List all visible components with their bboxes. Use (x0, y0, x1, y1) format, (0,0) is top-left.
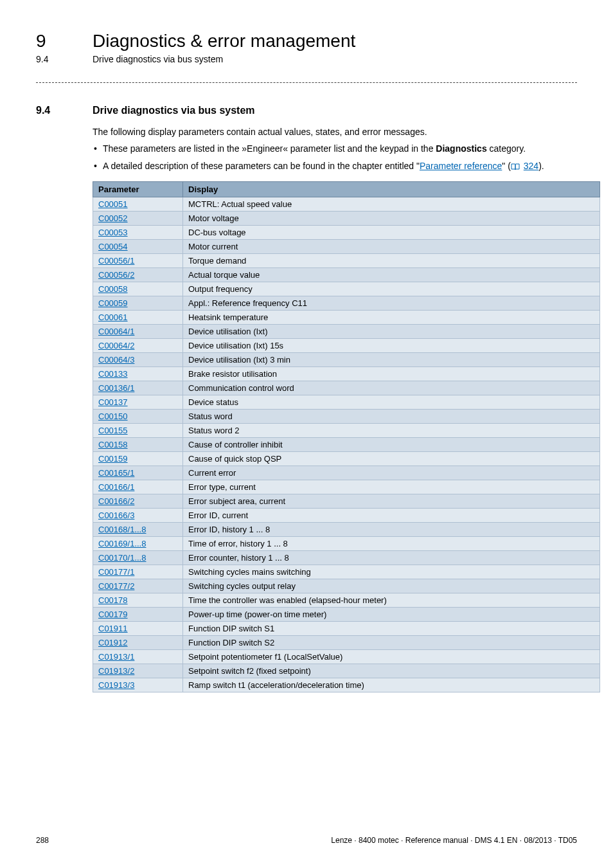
display-cell: Appl.: Reference frequency C11 (183, 296, 600, 310)
table-row: C00177/1Switching cycles mains switching (93, 565, 600, 579)
parameter-link[interactable]: C00058 (98, 284, 128, 294)
display-cell: Torque demand (183, 253, 600, 267)
table-row: C00054Motor current (93, 239, 600, 253)
parameter-link[interactable]: C00166/2 (98, 496, 134, 506)
display-cell: Device status (183, 395, 600, 409)
parameter-link[interactable]: C00053 (98, 228, 128, 237)
parameter-link[interactable]: C00169/1...8 (98, 539, 146, 548)
table-row: C00056/2Actual torque value (93, 267, 600, 282)
parameter-link[interactable]: C00056/2 (98, 270, 134, 280)
bullet-text: These parameters are listed in the »Engi… (103, 143, 436, 154)
table-row: C00166/2Error subject area, current (93, 494, 600, 508)
col-header-parameter: Parameter (93, 181, 183, 197)
parameter-link[interactable]: C00168/1...8 (98, 525, 146, 534)
display-cell: Status word 2 (183, 423, 600, 437)
table-row: C00166/1Error type, current (93, 480, 600, 494)
bullet-text: A detailed description of these paramete… (103, 161, 420, 171)
parameter-link[interactable]: C00178 (98, 595, 128, 605)
table-row: C00177/2Switching cycles output relay (93, 579, 600, 593)
bullet-bold: Diagnostics (436, 143, 486, 154)
table-row: C00058Output frequency (93, 282, 600, 296)
parameter-link[interactable]: C00064/1 (98, 327, 134, 336)
bullet-item: These parameters are listed in the »Engi… (93, 142, 577, 155)
subsection-title-header: Drive diagnostics via bus system (93, 54, 223, 64)
parameter-link[interactable]: C00061 (98, 312, 128, 322)
parameter-link[interactable]: C01911 (98, 624, 128, 633)
table-row: C00166/3Error ID, current (93, 508, 600, 522)
display-cell: Error ID, current (183, 508, 600, 522)
display-cell: Current error (183, 466, 600, 480)
display-cell: DC-bus voltage (183, 225, 600, 239)
parameter-link[interactable]: C00054 (98, 242, 128, 251)
parameter-link[interactable]: C00051 (98, 199, 128, 209)
table-row: C00158Cause of controller inhibit (93, 437, 600, 451)
intro-text: The following display parameters contain… (93, 125, 577, 138)
page-number: 288 (36, 836, 49, 845)
display-cell: Time the controller was enabled (elapsed… (183, 593, 600, 607)
parameter-link[interactable]: C00133 (98, 369, 128, 379)
table-row: C00133Brake resistor utilisation (93, 366, 600, 381)
table-row: C00155Status word 2 (93, 423, 600, 437)
display-cell: Device utilisation (Ixt) 15s (183, 338, 600, 352)
bullet-text: category. (487, 143, 526, 154)
parameter-link[interactable]: C01913/1 (98, 652, 134, 662)
display-cell: Error type, current (183, 480, 600, 494)
table-row: C00059Appl.: Reference frequency C11 (93, 296, 600, 310)
display-cell: Communication control word (183, 381, 600, 395)
parameter-link[interactable]: C00177/1 (98, 567, 134, 577)
parameter-link[interactable]: C00158 (98, 440, 128, 449)
parameter-link[interactable]: C00059 (98, 298, 128, 308)
page-ref-link[interactable]: 324 (524, 161, 538, 171)
table-row: C00168/1...8Error ID, history 1 ... 8 (93, 522, 600, 536)
table-row: C00159Cause of quick stop QSP (93, 451, 600, 466)
parameter-link[interactable]: C00159 (98, 454, 128, 464)
display-cell: Switching cycles output relay (183, 579, 600, 593)
display-cell: MCTRL: Actual speed value (183, 197, 600, 211)
parameter-link[interactable]: C00177/2 (98, 581, 134, 591)
parameter-link[interactable]: C01913/2 (98, 666, 134, 676)
bullet-text: " ( (502, 161, 511, 171)
parameter-link[interactable]: C00179 (98, 610, 128, 619)
display-cell: Output frequency (183, 282, 600, 296)
bullet-item: A detailed description of these paramete… (93, 159, 577, 174)
parameter-link[interactable]: C00137 (98, 397, 128, 407)
parameter-link[interactable]: C00064/3 (98, 355, 134, 365)
display-cell: Switching cycles mains switching (183, 565, 600, 579)
display-cell: Cause of controller inhibit (183, 437, 600, 451)
display-cell: Motor voltage (183, 211, 600, 225)
display-cell: Setpoint potentiometer f1 (LocalSetValue… (183, 649, 600, 664)
table-row: C00064/1Device utilisation (Ixt) (93, 324, 600, 338)
parameter-link[interactable]: C01912 (98, 638, 128, 647)
parameter-link[interactable]: C00150 (98, 411, 128, 421)
display-cell: Function DIP switch S1 (183, 621, 600, 635)
display-cell: Error counter, history 1 ... 8 (183, 550, 600, 565)
display-cell: Cause of quick stop QSP (183, 451, 600, 466)
parameter-link[interactable]: C00155 (98, 426, 128, 435)
parameter-link[interactable]: C00166/3 (98, 511, 134, 520)
parameter-link[interactable]: C01913/3 (98, 680, 134, 690)
parameter-reference-link[interactable]: Parameter reference (420, 161, 502, 171)
table-row: C01913/1Setpoint potentiometer f1 (Local… (93, 649, 600, 664)
table-row: C01913/3Ramp switch t1 (acceleration/dec… (93, 678, 600, 692)
section-intro-block: The following display parameters contain… (93, 125, 577, 174)
parameter-link[interactable]: C00052 (98, 213, 128, 223)
table-row: C00169/1...8Time of error, history 1 ...… (93, 536, 600, 550)
parameter-link[interactable]: C00166/1 (98, 482, 134, 492)
parameter-link[interactable]: C00064/2 (98, 341, 134, 350)
page-footer: 288 Lenze · 8400 motec · Reference manua… (36, 836, 577, 845)
col-header-display: Display (183, 181, 600, 197)
parameter-link[interactable]: C00136/1 (98, 383, 134, 393)
table-row: C00061Heatsink temperature (93, 310, 600, 324)
subsection-number-header: 9.4 (36, 54, 72, 64)
section-number: 9.4 (36, 105, 72, 116)
table-row: C00064/3Device utilisation (Ixt) 3 min (93, 352, 600, 366)
parameter-link[interactable]: C00056/1 (98, 256, 134, 266)
parameter-table: Parameter Display C00051MCTRL: Actual sp… (93, 181, 600, 692)
parameter-link[interactable]: C00170/1...8 (98, 553, 146, 563)
section-title: Drive diagnostics via bus system (93, 105, 255, 116)
display-cell: Power-up time (power-on time meter) (183, 607, 600, 621)
display-cell: Function DIP switch S2 (183, 635, 600, 649)
parameter-link[interactable]: C00165/1 (98, 468, 134, 478)
display-cell: Error ID, history 1 ... 8 (183, 522, 600, 536)
table-row: C01911Function DIP switch S1 (93, 621, 600, 635)
